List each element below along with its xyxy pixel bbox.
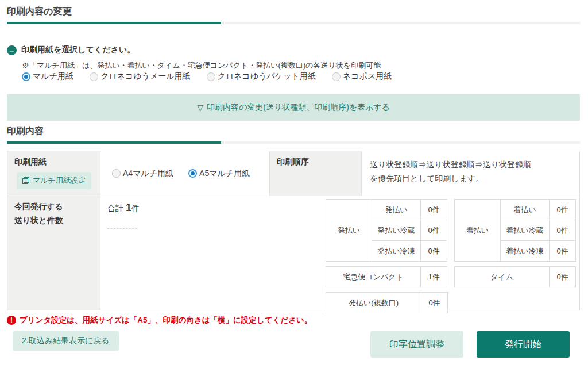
radio-nekopos-paper[interactable]: ネコポス用紙: [332, 71, 392, 82]
compact-count-table: 宅急便コンパクト 1件: [326, 266, 447, 288]
order-description-cell: 送り状登録順⇒送り状登録順⇒送り状登録順 を優先項目として印刷します。: [362, 151, 579, 196]
page-title-content: 印刷内容: [7, 125, 44, 137]
count-label-cell: 発払い冷蔵: [372, 220, 421, 241]
external-window-icon: [22, 177, 29, 184]
multi-paper-settings-button[interactable]: マルチ用紙設定: [17, 172, 91, 189]
radio-multi-paper[interactable]: マルチ用紙: [22, 71, 74, 82]
time-count-table: タイム 0件: [454, 266, 576, 288]
title-underline: [7, 141, 580, 144]
count-label-cell: 発払い: [372, 200, 421, 220]
count-label-cell: タイム: [455, 267, 550, 288]
paper-select-prompt-row: → 印刷用紙を選択してください。: [7, 45, 135, 55]
count-label-cell: 宅急便コンパクト: [326, 267, 421, 288]
radio-unselected-icon: [207, 72, 215, 81]
issue-header-cell: 今回発行する 送り状と件数: [7, 196, 100, 310]
group-counts-row: 発払い 発払い 0件 発払い冷蔵 0件 発払い冷凍 0件: [326, 199, 576, 262]
paper-header-label: 印刷用紙: [14, 157, 93, 167]
count-value-cell: 0件: [550, 241, 576, 262]
total-value: 1: [126, 202, 131, 213]
count-value-cell: 0件: [421, 220, 447, 241]
print-position-adjust-button[interactable]: 印字位置調整: [370, 331, 463, 358]
print-settings-page: 印刷内容の変更 → 印刷用紙を選択してください。 ※「マルチ用紙」は、発払い・着…: [0, 0, 588, 368]
count-value-cell: 0件: [421, 293, 448, 313]
printer-warning: ! プリンタ設定は、用紙サイズは「A5」、印刷の向きは「横」に設定してください。: [7, 315, 312, 325]
radio-a4-multi-paper[interactable]: A4マルチ用紙: [112, 168, 173, 179]
page-title-change: 印刷内容の変更: [7, 6, 71, 18]
issue-header-line2: 送り状と件数: [14, 216, 93, 226]
issue-counts-row: 今回発行する 送り状と件数 合計 1件 ---------- 発払い 発払い: [7, 196, 579, 310]
arrow-right-icon: →: [7, 45, 17, 55]
issue-counts-cell: 合計 1件 ---------- 発払い 発払い 0件 発払: [100, 196, 579, 310]
issue-header-line1: 今回発行する: [14, 202, 93, 212]
title-underline: [7, 22, 580, 24]
count-value-cell: 0件: [421, 200, 447, 220]
paper-and-order-row: 印刷用紙 マルチ用紙設定 A4マルチ用紙 A5マルチ用紙 印刷順序: [7, 151, 579, 196]
triangle-down-icon: ▽: [197, 103, 203, 112]
start-issue-button[interactable]: 発行開始: [477, 331, 570, 358]
chakubarai-count-table: 着払い 着払い 0件 着払い冷蔵 0件 着払い冷凍 0件: [454, 199, 576, 262]
radio-unselected-icon: [332, 72, 341, 81]
radio-label: ネコポス用紙: [343, 71, 392, 82]
count-value-cell: 0件: [550, 220, 576, 241]
radio-unselected-icon: [90, 72, 98, 81]
group-label-cell: 発払い: [326, 200, 372, 262]
order-line1: 送り状登録順⇒送り状登録順⇒送り状登録順: [370, 158, 571, 172]
count-value-cell: 0件: [421, 241, 447, 262]
radio-label: A4マルチ用紙: [123, 168, 173, 179]
placeholder-dashes: ----------: [107, 225, 138, 231]
printer-warning-text: プリンタ設定は、用紙サイズは「A5」、印刷の向きは「横」に設定してください。: [20, 315, 312, 325]
radio-label: クロネコゆうパケット用紙: [218, 71, 316, 82]
radio-a5-multi-paper[interactable]: A5マルチ用紙: [188, 168, 250, 179]
count-value-cell: 1件: [421, 267, 447, 288]
back-to-import-results-button[interactable]: 2.取込み結果表示に戻る: [13, 331, 119, 351]
radio-kuroneco-yumail-paper[interactable]: クロネコゆうメール用紙: [90, 71, 191, 82]
multi-parcel-counts-row: 発払い(複数口) 0件: [326, 292, 576, 313]
toggle-banner-label: 印刷内容の変更(送り状種類、印刷順序)を表示する: [207, 102, 390, 113]
exclamation-icon: !: [7, 316, 16, 325]
paper-select-prompt: 印刷用紙を選択してください。: [21, 45, 135, 55]
radio-selected-icon: [188, 169, 197, 178]
show-print-settings-toggle[interactable]: ▽ 印刷内容の変更(送り状種類、印刷順序)を表示する: [7, 94, 580, 121]
paper-header-cell: 印刷用紙 マルチ用紙設定: [7, 151, 100, 196]
radio-selected-icon: [22, 72, 30, 81]
hatsubarai-count-table: 発払い 発払い 0件 発払い冷蔵 0件 発払い冷凍 0件: [326, 199, 447, 262]
group-label-cell: 着払い: [455, 200, 501, 262]
multi-paper-note: ※「マルチ用紙」は、発払い・着払い・タイム・宅急便コンパクト・発払い(複数口)の…: [22, 60, 381, 71]
count-label-cell: 着払い冷凍: [500, 241, 550, 262]
radio-label: クロネコゆうメール用紙: [100, 71, 191, 82]
radio-label: A5マルチ用紙: [199, 168, 250, 179]
count-value-cell: 0件: [550, 267, 576, 288]
paper-size-radio-group: A4マルチ用紙 A5マルチ用紙: [100, 151, 270, 196]
count-label-cell: 発払い(複数口): [326, 293, 421, 313]
compact-time-counts-row: 宅急便コンパクト 1件 タイム 0件: [326, 266, 576, 288]
print-settings-table: 印刷用紙 マルチ用紙設定 A4マルチ用紙 A5マルチ用紙 印刷順序: [7, 151, 580, 310]
multi-parcel-count-table: 発払い(複数口) 0件: [326, 292, 448, 313]
order-header-label: 印刷順序: [277, 157, 354, 167]
order-line2: を優先項目として印刷します。: [370, 172, 571, 186]
counts-block: 発払い 発払い 0件 発払い冷蔵 0件 発払い冷凍 0件: [326, 199, 576, 313]
multi-paper-settings-label: マルチ用紙設定: [33, 175, 86, 186]
total-unit: 件: [131, 204, 140, 213]
paper-type-radio-group: マルチ用紙 クロネコゆうメール用紙 クロネコゆうパケット用紙 ネコポス用紙: [22, 71, 392, 82]
radio-unselected-icon: [112, 169, 121, 178]
count-label-cell: 着払い: [500, 200, 550, 220]
total-count: 合計 1件: [107, 202, 140, 214]
radio-kuroneco-yupacket-paper[interactable]: クロネコゆうパケット用紙: [207, 71, 316, 82]
order-header-cell: 印刷順序: [270, 151, 362, 196]
radio-label: マルチ用紙: [33, 71, 74, 82]
count-label-cell: 発払い冷凍: [372, 241, 421, 262]
count-value-cell: 0件: [550, 200, 576, 220]
count-label-cell: 着払い冷蔵: [500, 220, 550, 241]
total-label: 合計: [107, 204, 123, 213]
